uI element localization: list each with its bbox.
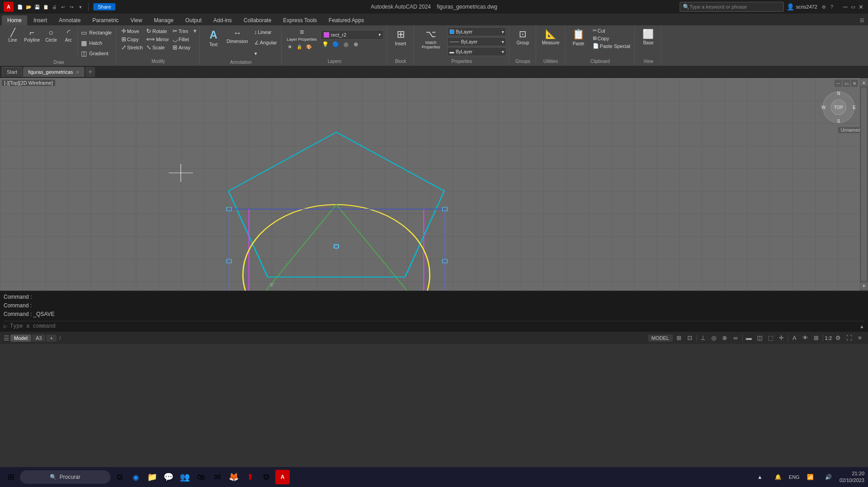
rotate-tool[interactable]: ↻ Rotate <box>145 27 170 35</box>
help-btn[interactable]: ? <box>828 3 835 10</box>
copy-clipboard-btn[interactable]: ⊞ Copy <box>591 35 632 42</box>
scroll-up-btn[interactable]: ▲ <box>860 79 868 86</box>
teams-btn[interactable]: 👥 <box>177 470 192 484</box>
saveas-btn[interactable]: 📋 <box>42 3 49 10</box>
dimension-expand[interactable]: ▾ <box>253 50 278 57</box>
dimension-extra-2[interactable]: ∠ Angular <box>253 39 278 46</box>
match-props-btn[interactable]: ⌥ Match Properties <box>417 27 445 51</box>
settings-btn[interactable]: ⚙ <box>820 3 827 10</box>
command-input[interactable] <box>10 323 857 329</box>
model-tab-btn[interactable]: Model <box>10 334 31 342</box>
autocad-taskbar-btn[interactable]: A <box>275 470 290 484</box>
layer-freeze-btn[interactable]: ❄ <box>285 43 294 50</box>
scroll-down-btn[interactable]: ▼ <box>860 282 868 290</box>
measure-btn[interactable]: 📐 Measure <box>540 27 562 47</box>
selection-icon[interactable]: ⬚ <box>766 334 775 343</box>
mail-btn[interactable]: ✉ <box>210 470 225 484</box>
fillet-tool[interactable]: ◡ Fillet <box>171 35 192 43</box>
redo-btn[interactable]: ↪ <box>68 3 75 10</box>
layer-color-btn[interactable]: 🎨 <box>304 43 313 50</box>
tab-manage[interactable]: Manage <box>149 15 179 25</box>
minimize-btn[interactable]: ─ <box>842 3 849 10</box>
global-search[interactable]: 🔍 Type a keyword or phrase <box>680 2 784 12</box>
cut-btn[interactable]: ✂ Cut <box>591 27 632 34</box>
scroll-thumb[interactable] <box>861 87 867 281</box>
group-btn[interactable]: ⊡ Group <box>513 27 533 47</box>
viewport-max-btn[interactable]: ▭ <box>843 80 850 87</box>
color-selector[interactable]: ByLayer ▾ <box>447 27 506 36</box>
array-tool[interactable]: ⊞ Array <box>171 43 192 51</box>
save-btn[interactable]: 💾 <box>34 3 41 10</box>
layer-on-btn[interactable]: 💡 <box>321 41 330 48</box>
edge-btn[interactable]: ◉ <box>129 470 143 484</box>
more-btn[interactable]: ▾ <box>77 3 84 10</box>
arc-tool[interactable]: ◜ Arc <box>60 27 77 44</box>
viewport-close-btn[interactable]: ✕ <box>851 80 858 87</box>
cmd-scroll-up[interactable]: ▲ <box>859 324 864 329</box>
taskbar-search-btn[interactable]: 🔍 Procurar <box>20 470 110 484</box>
new-file-btn[interactable]: 📄 <box>16 3 24 10</box>
tab-insert[interactable]: Insert <box>28 15 53 25</box>
tab-output[interactable]: Output <box>180 15 207 25</box>
layer-off-btn[interactable]: 🔵 <box>331 41 340 48</box>
tab-home[interactable]: Home <box>2 15 27 25</box>
viewport-restore-btn[interactable]: ─ <box>834 80 842 87</box>
cortana-btn[interactable]: 💬 <box>161 470 176 484</box>
customize-icon[interactable]: ≡ <box>855 334 864 343</box>
gizmo-icon[interactable]: ✛ <box>777 334 786 343</box>
insert-block-btn[interactable]: ⊞ Insert <box>391 27 411 48</box>
move-tool[interactable]: ✛ Move <box>120 27 144 35</box>
circle-tool[interactable]: ○ Circle <box>43 27 59 44</box>
tab-start[interactable]: Start <box>2 67 22 77</box>
right-scrollbar[interactable]: ▲ ▼ <box>860 78 868 291</box>
linetype-selector[interactable]: ─── ByLayer ▾ <box>447 37 506 46</box>
wifi-icon[interactable]: 📶 <box>803 470 818 484</box>
model-mode-btn[interactable]: MODEL <box>648 334 673 342</box>
base-view-btn[interactable]: ⬜ Base <box>638 27 658 47</box>
tab-collaborate[interactable]: Collaborate <box>238 15 277 25</box>
task-view-btn[interactable]: ⧉ <box>112 470 127 484</box>
gradient-tool[interactable]: ◫ Gradient <box>80 49 113 57</box>
annotate-auto-icon[interactable]: ⊞ <box>812 334 821 343</box>
undo-btn[interactable]: ↩ <box>59 3 67 10</box>
close-btn[interactable]: ✕ <box>857 3 864 10</box>
annotate-visibility-icon[interactable]: 👁 <box>801 334 810 343</box>
rectangle-tool[interactable]: ▭ Rectangle <box>80 29 113 37</box>
tab-expresstools[interactable]: Express Tools <box>278 15 322 25</box>
layer-props-btn[interactable]: ≡ Layer Properties <box>285 27 319 43</box>
status-menu-btn[interactable]: ☰ <box>4 334 10 342</box>
a3-tab-btn[interactable]: A3 <box>32 334 45 342</box>
tab-parametric[interactable]: Parametric <box>87 15 124 25</box>
filezilla-btn[interactable]: ⬆ <box>243 470 257 484</box>
tab-annotate[interactable]: Annotate <box>53 15 86 25</box>
new-tab-btn[interactable]: + <box>85 67 95 77</box>
store-btn[interactable]: 🛍 <box>194 470 208 484</box>
lineweight-selector[interactable]: ▬ ByLayer ▾ <box>447 47 506 56</box>
modify-expand-arrow[interactable]: ▾ <box>193 27 197 34</box>
close-tab-btn[interactable]: ✕ <box>76 70 79 75</box>
snap-icon[interactable]: ⊡ <box>686 334 695 343</box>
notification-icon[interactable]: 🔔 <box>771 470 785 484</box>
dimension-tool[interactable]: ↔ Dimension <box>224 27 250 45</box>
workspace-icon[interactable]: ⚙ <box>834 334 843 343</box>
paste-special-btn[interactable]: 📄 Paste Special <box>591 43 632 49</box>
dimension-extra-1[interactable]: ↕ Linear <box>253 29 278 35</box>
layer-selector[interactable]: rect_r2 ▾ <box>321 30 384 40</box>
tab-view[interactable]: View <box>125 15 148 25</box>
trim-tool[interactable]: ✂ Trim <box>171 27 192 35</box>
open-btn[interactable]: 📂 <box>25 3 32 10</box>
otrack-icon[interactable]: ∞ <box>731 334 740 343</box>
tab-figuras[interactable]: figuras_geometricas ✕ <box>23 67 84 77</box>
share-button[interactable]: Share <box>93 3 115 10</box>
restore-btn[interactable]: ▭ <box>849 3 857 10</box>
stretch-tool[interactable]: ⤢ Stretch <box>120 43 144 51</box>
paste-btn[interactable]: 📋 Paste <box>569 27 589 48</box>
explorer-btn[interactable]: 📁 <box>145 470 159 484</box>
osnap-icon[interactable]: ⊕ <box>720 334 729 343</box>
tab-featuredapps[interactable]: Featured Apps <box>323 15 369 25</box>
drawing-canvas[interactable]: [-][Top][2D Wireframe] <box>0 78 868 291</box>
settings-taskbar-btn[interactable]: ⚙ <box>259 470 273 484</box>
text-tool[interactable]: A Text <box>203 27 223 48</box>
fullscreen-icon[interactable]: ⛶ <box>844 334 854 343</box>
layer-iso-btn[interactable]: ◎ <box>341 41 350 48</box>
